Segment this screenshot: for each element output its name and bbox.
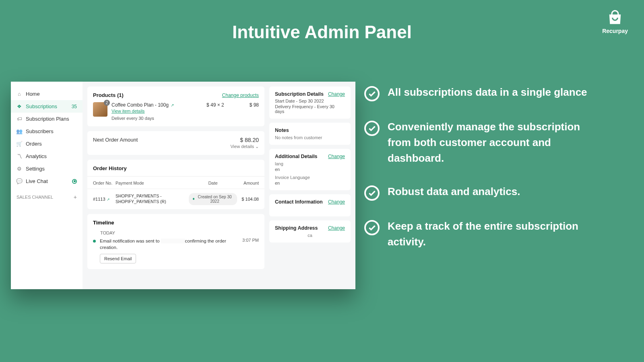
home-icon: ⌂ — [17, 91, 22, 97]
products-title: Products (1) — [93, 92, 124, 98]
shopping-bag-icon — [607, 10, 623, 25]
order-number[interactable]: #1113 ↗ — [93, 197, 116, 202]
product-count-badge: 2 — [104, 100, 110, 106]
view-item-details-link[interactable]: View item details — [111, 109, 202, 113]
nav-orders[interactable]: 🛒Orders — [11, 138, 83, 150]
contact-info-card: Contact Information Change — [269, 194, 351, 216]
sales-channel-section: SALES CHANNEL+ — [11, 187, 83, 200]
sidebar: ⌂Home ❖Subscriptions35 🏷Subscription Pla… — [11, 82, 83, 289]
change-additional-link[interactable]: Change — [328, 154, 345, 159]
external-link-icon: ↗ — [171, 103, 174, 107]
order-row[interactable]: #1113 ↗ SHOPIFY_PAYMENTS - SHOPIFY_PAYME… — [87, 189, 264, 209]
feature-item: Conveniently manage the subscription fro… — [364, 119, 590, 166]
payment-mode: SHOPIFY_PAYMENTS - SHOPIFY_PAYMENTS (R) — [116, 193, 189, 204]
feature-item: All subscriptions data in a single glanc… — [364, 84, 590, 101]
subscription-details-card: Subscription Details Change Start Date -… — [269, 86, 351, 119]
hero-title: Intuitive Admin Panel — [0, 0, 644, 42]
nav-subscribers[interactable]: 👥Subscribers — [11, 125, 83, 138]
add-channel-icon[interactable]: + — [74, 194, 77, 200]
change-subscription-link[interactable]: Change — [328, 91, 345, 97]
external-link-icon: ↗ — [106, 197, 110, 202]
nav-live-chat[interactable]: 💬Live Chat — [11, 175, 83, 187]
chart-icon: 〽 — [17, 154, 22, 159]
delivery-frequency-detail: Delivery Frequency - Every 30 days — [275, 104, 345, 114]
nav-subscription-plans[interactable]: 🏷Subscription Plans — [11, 113, 83, 125]
shipping-address-card: Shipping Address Change ca — [269, 220, 351, 243]
chat-status-dot — [72, 179, 77, 184]
product-unit-price: $ 49 × 2 — [206, 102, 235, 108]
notes-card: Notes No notes from customer — [269, 123, 351, 145]
layers-icon: ❖ — [17, 104, 22, 109]
change-contact-link[interactable]: Change — [328, 199, 345, 205]
timeline-title: Timeline — [93, 220, 259, 226]
view-details-link[interactable]: View details ⌄ — [230, 144, 259, 149]
change-shipping-link[interactable]: Change — [328, 225, 345, 231]
gear-icon: ⚙ — [17, 166, 22, 172]
product-image: 2 — [93, 102, 107, 117]
main-content: Products (1) Change products 2 Coffee Co… — [83, 82, 355, 289]
users-icon: 👥 — [17, 129, 22, 134]
app-window: ⌂Home ❖Subscriptions35 🏷Subscription Pla… — [11, 82, 355, 289]
check-circle-icon — [364, 86, 380, 101]
order-history-header: Order No. Payment Mode Date Amount — [87, 176, 264, 189]
check-circle-icon — [364, 121, 380, 136]
timeline-event: Email notification was sent to confirmin… — [100, 238, 238, 263]
change-products-link[interactable]: Change products — [222, 93, 259, 98]
timeline-event-time: 3:07 PM — [242, 238, 259, 243]
next-order-amount: $ 88.20 — [230, 137, 259, 143]
timeline-card: Timeline TODAY Email notification was se… — [87, 214, 264, 269]
product-name[interactable]: Coffee Combo Plan - 100g ↗ — [111, 102, 202, 108]
products-card: Products (1) Change products 2 Coffee Co… — [87, 86, 264, 126]
check-circle-icon — [364, 220, 380, 235]
next-order-label: Next Order Amount — [93, 137, 138, 143]
feature-list: All subscriptions data in a single glanc… — [364, 84, 590, 250]
start-date: Start Date - Sep 30 2022 — [275, 99, 345, 103]
tag-icon: 🏷 — [17, 116, 22, 122]
timeline-today-label: TODAY — [100, 230, 259, 235]
feature-item: Keep a track of the entire subscription … — [364, 218, 590, 250]
brand-logo: Recurpay — [602, 10, 628, 34]
subscriptions-count-badge: 35 — [72, 104, 77, 109]
resend-email-button[interactable]: Resend Email — [100, 254, 136, 263]
nav-home[interactable]: ⌂Home — [11, 88, 83, 100]
feature-item: Robust data and analytics. — [364, 184, 590, 201]
timeline-dot-icon — [93, 240, 96, 243]
order-amount: $ 104.08 — [237, 197, 259, 202]
order-date-pill: Created on Sep 30 2022 — [189, 193, 237, 205]
nav-analytics[interactable]: 〽Analytics — [11, 150, 83, 162]
additional-details-card: Additional Details Change lang en Invoic… — [269, 149, 351, 190]
order-history-title: Order History — [93, 165, 259, 171]
product-line-total: $ 98 — [239, 102, 259, 108]
nav-subscriptions[interactable]: ❖Subscriptions35 — [11, 100, 83, 113]
cart-icon: 🛒 — [17, 141, 22, 147]
chat-icon: 💬 — [17, 179, 22, 184]
delivery-frequency: Deliver every 30 days — [111, 116, 202, 121]
nav-settings[interactable]: ⚙Settings — [11, 162, 83, 175]
order-history-card: Order History Order No. Payment Mode Dat… — [87, 160, 264, 209]
next-order-card: Next Order Amount $ 88.20 View details ⌄ — [87, 131, 264, 155]
check-circle-icon — [364, 185, 380, 201]
notes-text: No notes from customer — [275, 135, 345, 140]
